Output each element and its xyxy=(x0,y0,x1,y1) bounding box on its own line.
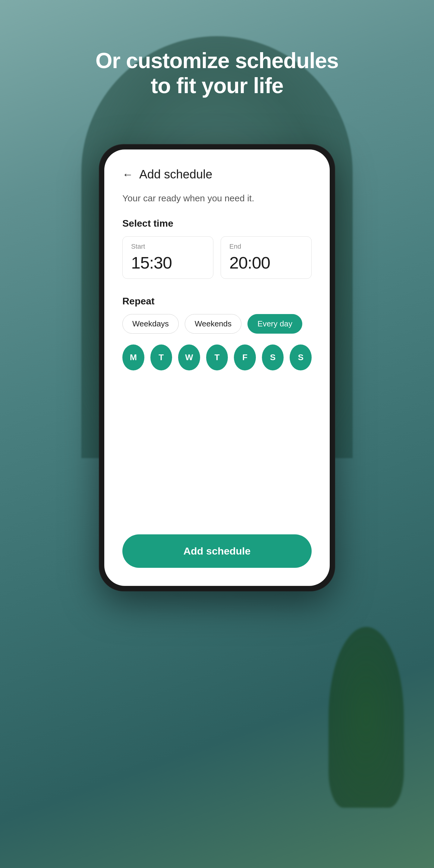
day-wednesday[interactable]: W xyxy=(178,344,200,370)
subtitle-text: Your car ready when you need it. xyxy=(122,193,312,204)
time-section-label: Select time xyxy=(122,218,312,229)
day-sunday[interactable]: S xyxy=(290,344,312,370)
start-value: 15:30 xyxy=(131,253,205,273)
start-label: Start xyxy=(131,243,205,250)
end-value: 20:00 xyxy=(229,253,303,273)
repeat-section: Repeat Weekdays Weekends Every day M T W… xyxy=(122,296,312,370)
days-row: M T W T F S S xyxy=(122,344,312,370)
repeat-pills: Weekdays Weekends Every day xyxy=(122,314,312,334)
back-button[interactable]: ← xyxy=(122,168,133,181)
pill-everyday[interactable]: Every day xyxy=(247,314,302,334)
end-time-picker[interactable]: End 20:00 xyxy=(221,236,312,279)
pill-weekdays[interactable]: Weekdays xyxy=(122,314,179,334)
nav-bar: ← Add schedule xyxy=(122,167,312,181)
spacer xyxy=(122,380,312,528)
day-friday[interactable]: F xyxy=(234,344,256,370)
start-time-picker[interactable]: Start 15:30 xyxy=(122,236,213,279)
day-thursday[interactable]: T xyxy=(206,344,228,370)
phone-mockup: ← Add schedule Your car ready when you n… xyxy=(99,145,335,591)
end-label: End xyxy=(229,243,303,250)
page-title: Or customize schedules to fit your life xyxy=(0,48,434,98)
day-tuesday[interactable]: T xyxy=(150,344,173,370)
add-schedule-button[interactable]: Add schedule xyxy=(122,534,312,568)
phone-outer-shell: ← Add schedule Your car ready when you n… xyxy=(99,145,335,591)
day-monday[interactable]: M xyxy=(122,344,144,370)
time-row: Start 15:30 End 20:00 xyxy=(122,236,312,279)
repeat-label: Repeat xyxy=(122,296,312,307)
phone-screen: ← Add schedule Your car ready when you n… xyxy=(104,150,330,586)
bg-plant-decoration xyxy=(329,627,404,808)
screen-title: Add schedule xyxy=(139,167,212,181)
day-saturday[interactable]: S xyxy=(262,344,284,370)
phone-content: ← Add schedule Your car ready when you n… xyxy=(104,150,330,586)
pill-weekends[interactable]: Weekends xyxy=(185,314,241,334)
